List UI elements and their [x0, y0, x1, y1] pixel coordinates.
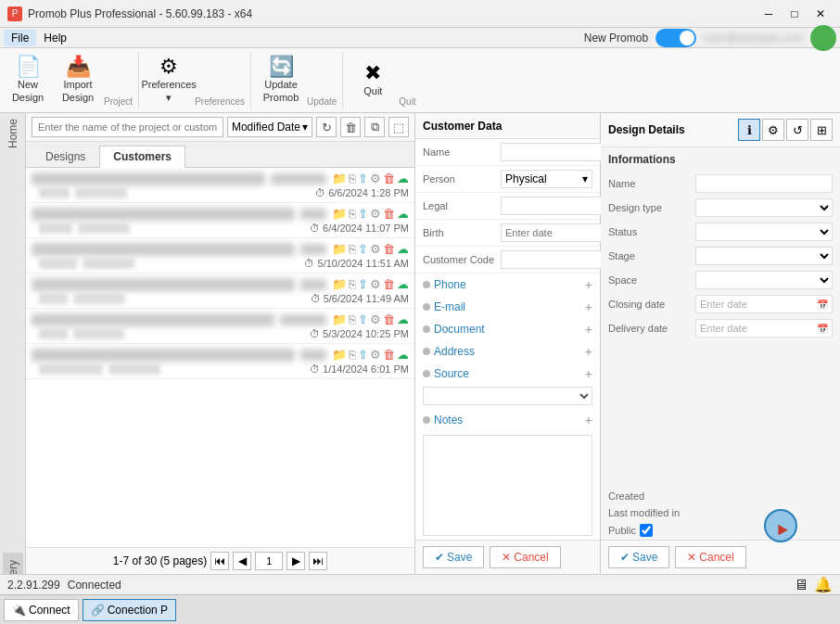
- trash-icon[interactable]: 🗑: [383, 277, 395, 291]
- list-item[interactable]: Mario Mario 📁 ⎘ ⇧ ⚙ 🗑 ☁ Scanner Fillings…: [26, 238, 414, 274]
- settings-row-icon[interactable]: ⚙: [370, 312, 381, 326]
- save-design-button[interactable]: ✔ Save: [608, 546, 669, 568]
- status-select[interactable]: [695, 223, 833, 241]
- date-selector[interactable]: Modified Date ▾: [227, 117, 312, 137]
- delivery-date-input[interactable]: Enter date 📅: [695, 319, 833, 337]
- add-source-icon[interactable]: +: [585, 366, 592, 381]
- search-input[interactable]: [32, 117, 223, 137]
- document-section[interactable]: Document +: [415, 318, 600, 340]
- cloud-icon[interactable]: ☁: [397, 207, 409, 221]
- cloud-icon[interactable]: ☁: [397, 172, 409, 185]
- new-promob-toggle[interactable]: [655, 29, 696, 47]
- list-item[interactable]: Cristina Janes Mario Janes 📁 ⎘ ⇧ ⚙ 🗑 ☁ 1…: [26, 168, 414, 203]
- settings-row-icon[interactable]: ⚙: [370, 242, 381, 256]
- list-item[interactable]: makiga den Cara Mosi 📁 ⎘ ⇧ ⚙ 🗑 ☁ Coulis …: [26, 309, 414, 344]
- add-document-icon[interactable]: +: [585, 322, 592, 337]
- share-icon[interactable]: ⇧: [358, 277, 368, 291]
- cloud-icon[interactable]: ☁: [397, 277, 409, 291]
- trash-icon[interactable]: 🗑: [383, 312, 395, 326]
- copy-icon[interactable]: ⎘: [349, 172, 356, 185]
- settings-row-icon[interactable]: ⚙: [370, 207, 381, 221]
- list-item[interactable]: Bates Mario 📁 ⎘ ⇧ ⚙ 🗑 ☁ corn sparantis F…: [26, 344, 414, 379]
- cloud-icon[interactable]: ☁: [397, 312, 409, 326]
- info-tool-button[interactable]: ℹ: [738, 119, 760, 141]
- email-section[interactable]: E-mail +: [415, 296, 600, 318]
- refresh-button[interactable]: ↻: [316, 117, 337, 137]
- save-customer-button[interactable]: ✔ Save: [423, 546, 484, 568]
- filter-button[interactable]: ⧉: [364, 117, 385, 137]
- copy-icon[interactable]: ⎘: [349, 277, 356, 291]
- notes-textarea[interactable]: [423, 435, 592, 536]
- page-input[interactable]: [255, 552, 283, 570]
- folder-icon[interactable]: 📁: [332, 348, 347, 362]
- share-icon[interactable]: ⇧: [358, 207, 368, 221]
- list-item[interactable]: Cristina Fardan Mario 📁 ⎘ ⇧ ⚙ 🗑 ☁ Farida…: [26, 274, 414, 309]
- folder-icon[interactable]: 📁: [332, 172, 347, 185]
- design-type-select[interactable]: [695, 198, 833, 217]
- sidebar-home[interactable]: Home: [5, 113, 21, 154]
- prev-page-button[interactable]: ◀: [233, 552, 251, 570]
- trash-icon[interactable]: 🗑: [383, 242, 395, 256]
- list-item[interactable]: Mario sparks Mario 📁 ⎘ ⇧ ⚙ 🗑 ☁ Quarris F…: [26, 203, 414, 238]
- share-icon[interactable]: ⇧: [358, 172, 368, 185]
- preferences-button[interactable]: ⚙ Preferences▾: [145, 52, 193, 108]
- connect-button[interactable]: 🔌 Connect: [4, 599, 79, 621]
- trash-icon[interactable]: 🗑: [383, 207, 395, 221]
- address-section[interactable]: Address +: [415, 340, 600, 363]
- folder-icon[interactable]: 📁: [332, 312, 347, 326]
- tab-designs[interactable]: Designs: [32, 146, 99, 167]
- import-design-button[interactable]: 📥 Import Design: [54, 52, 102, 108]
- cancel-design-button[interactable]: ✕ Cancel: [675, 546, 745, 568]
- last-page-button[interactable]: ⏭: [309, 552, 327, 570]
- folder-icon[interactable]: 📁: [332, 207, 347, 221]
- share-icon[interactable]: ⇧: [358, 348, 368, 362]
- first-page-button[interactable]: ⏮: [210, 552, 229, 570]
- folder-icon[interactable]: 📁: [332, 242, 347, 256]
- update-promob-button[interactable]: 🔄 Update Promob: [257, 52, 305, 108]
- copy-icon[interactable]: ⎘: [349, 348, 356, 362]
- minimize-button[interactable]: ─: [757, 5, 781, 23]
- menu-help[interactable]: Help: [36, 30, 74, 46]
- connection-p-button[interactable]: 🔗 Conection P: [83, 599, 176, 621]
- next-page-button[interactable]: ▶: [286, 552, 305, 570]
- share-icon[interactable]: ⇧: [358, 242, 368, 256]
- trash-icon[interactable]: 🗑: [383, 348, 395, 362]
- source-dropdown[interactable]: [423, 387, 592, 405]
- close-button[interactable]: ✕: [808, 5, 833, 23]
- phone-section[interactable]: Phone +: [415, 274, 600, 296]
- copy-icon[interactable]: ⎘: [349, 312, 356, 326]
- design-name-input[interactable]: [695, 174, 833, 193]
- settings-row-icon[interactable]: ⚙: [370, 348, 381, 362]
- delete-button[interactable]: 🗑: [340, 117, 361, 137]
- quit-button[interactable]: ✖ Quit: [349, 52, 397, 108]
- tab-customers[interactable]: Customers: [99, 146, 185, 168]
- space-select[interactable]: [695, 271, 833, 289]
- add-email-icon[interactable]: +: [585, 299, 592, 314]
- settings-row-icon[interactable]: ⚙: [370, 172, 381, 185]
- trash-icon[interactable]: 🗑: [383, 172, 395, 185]
- cloud-icon[interactable]: ☁: [397, 348, 409, 362]
- public-checkbox[interactable]: [640, 524, 653, 537]
- copy-icon[interactable]: ⎘: [349, 207, 356, 221]
- share-icon[interactable]: ⇧: [358, 312, 368, 326]
- bell-icon[interactable]: 🔔: [814, 576, 833, 593]
- add-phone-icon[interactable]: +: [585, 277, 592, 292]
- cancel-customer-button[interactable]: ✕ Cancel: [490, 546, 560, 568]
- add-address-icon[interactable]: +: [585, 344, 592, 359]
- menu-file[interactable]: File: [4, 30, 36, 46]
- add-notes-icon[interactable]: +: [585, 413, 592, 427]
- settings-tool-button[interactable]: ⚙: [762, 119, 784, 141]
- copy-icon[interactable]: ⎘: [349, 242, 356, 256]
- export-button[interactable]: ⬚: [388, 117, 409, 137]
- settings-row-icon[interactable]: ⚙: [370, 277, 381, 291]
- new-design-button[interactable]: 📄 New Design: [4, 52, 52, 108]
- undo-tool-button[interactable]: ↺: [786, 119, 808, 141]
- maximize-button[interactable]: □: [783, 5, 807, 23]
- person-type-select[interactable]: Physical ▾: [501, 170, 592, 188]
- source-section[interactable]: Source +: [415, 363, 600, 385]
- stage-select[interactable]: [695, 247, 833, 265]
- grid-tool-button[interactable]: ⊞: [810, 119, 833, 141]
- folder-icon[interactable]: 📁: [332, 277, 347, 291]
- closing-date-input[interactable]: Enter date 📅: [695, 295, 833, 313]
- cloud-icon[interactable]: ☁: [397, 242, 409, 256]
